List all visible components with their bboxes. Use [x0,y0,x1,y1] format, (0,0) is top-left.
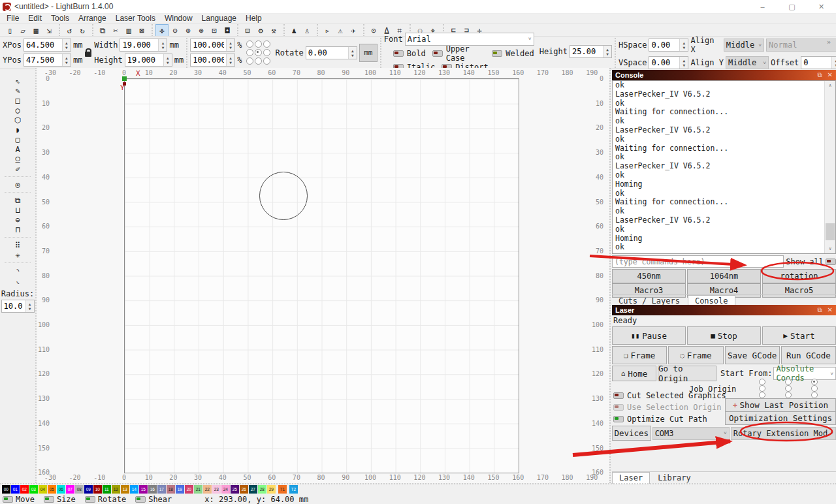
width-field[interactable]: ▲▼ [120,39,167,52]
frame-circle-button[interactable]: ◌Frame [668,346,723,364]
layer-swatch-16[interactable]: 16 [148,485,157,494]
font-combo[interactable]: Arial˅ [405,33,534,46]
job-origin-grid[interactable] [749,379,828,398]
zoom-page-icon[interactable]: ⊚ [195,25,207,36]
ellipse-tool[interactable]: ○ [15,105,20,115]
save-gcode-button[interactable]: Save GCode [725,346,780,364]
open-file-icon[interactable]: ▱ [17,25,29,36]
layer-swatch-27[interactable]: 27 [249,485,257,494]
rotate-field[interactable]: ▲▼ [306,46,357,59]
layer-swatch-23[interactable]: 23 [212,485,221,494]
start-button[interactable]: ▶Start [762,326,836,345]
macro-button-1064nm[interactable]: 1064nm [687,269,761,283]
console-scrollbar[interactable]: ∧ ∨ [824,81,835,253]
job-origin-2[interactable] [811,379,818,385]
layer-swatch-21[interactable]: 21 [194,485,202,494]
layer-swatch-10[interactable]: 10 [93,485,102,494]
layer-swatch-17[interactable]: 17 [157,485,166,494]
menu-edit[interactable]: Edit [24,14,46,23]
width-percent-field[interactable]: ▲▼ [190,39,235,52]
devices-button[interactable]: Devices [612,426,651,441]
macro-button-rotation[interactable]: rotation [762,269,836,283]
circle-shape[interactable] [259,172,308,220]
zoom-in-icon[interactable]: ⊕ [182,25,194,36]
toggle-optimize-cut-path[interactable]: Optimize Cut Path [613,413,731,425]
statusbar-toggle-size[interactable]: Size [44,495,76,504]
warning-icon[interactable]: ⚠ [334,25,346,36]
layer-swatch-19[interactable]: 19 [176,485,184,494]
job-origin-6[interactable] [759,392,765,398]
layer-swatch-11[interactable]: 11 [103,485,111,494]
upper-case-toggle[interactable]: Upper Case [432,48,486,59]
welded-toggle[interactable]: Welded [492,48,534,59]
layer-swatch-01[interactable]: 01 [11,485,20,494]
anchor-3[interactable] [246,49,253,56]
console-command-input[interactable] [612,255,784,268]
macro-button-450nm[interactable]: 450nm [612,269,686,283]
grid-array-tool[interactable]: ⠿ [15,240,21,250]
scroll-up-icon[interactable]: ∧ [825,81,835,90]
height-field[interactable]: ▲▼ [125,54,172,67]
layer-swatch-20[interactable]: 20 [185,485,193,494]
statusbar-toggle-rotate[interactable]: Rotate [85,495,126,504]
job-origin-5[interactable] [811,385,818,392]
anchor-7[interactable] [255,57,262,65]
layer-swatch-T2[interactable]: T2 [289,485,298,494]
menu-laser-tools[interactable]: Laser Tools [111,14,160,23]
pan-icon[interactable]: ✜ [156,25,168,36]
anchor-6[interactable] [246,57,253,65]
layer-swatch-T1[interactable]: T1 [278,485,287,494]
layer-swatch-15[interactable]: 15 [139,485,148,494]
menu-file[interactable]: File [2,14,24,23]
measure-tool[interactable]: ✐ [15,164,20,174]
rectangle-tool[interactable]: □ [15,95,20,105]
laser-float-icon[interactable]: ⧉ [817,306,822,314]
layer-swatch-13[interactable]: 13 [121,485,129,494]
toolbar-overflow-chevron[interactable]: » [827,39,831,46]
offset-field[interactable]: ▲▼ [801,56,836,69]
aspect-lock-icon[interactable] [85,52,91,57]
cut-icon[interactable]: ✂ [110,25,121,36]
menu-window[interactable]: Window [160,14,197,23]
rotary-mode-combo[interactable]: Rotary Extension Mod˅ [731,427,836,440]
boolean-intersection-tool[interactable]: ⊓ [15,225,20,234]
radius-field[interactable]: ▲▼ [1,300,35,313]
layer-swatch-02[interactable]: 02 [20,485,29,494]
text-height-field[interactable]: ▲▼ [570,45,612,58]
layer-swatch-04[interactable]: 04 [39,485,47,494]
anchor-8[interactable] [263,57,270,65]
aligny-combo[interactable]: Middle˅ [726,56,769,69]
pause-button[interactable]: ▮▮Pause [612,326,686,345]
layer-swatch-25[interactable]: 25 [231,485,239,494]
console-float-icon[interactable]: ⧉ [817,71,822,79]
job-origin-0[interactable] [759,379,765,385]
anchor-4[interactable] [255,49,262,56]
show-all-toggle[interactable]: Show all [786,257,836,266]
job-origin-4[interactable] [785,385,792,392]
alignx-combo[interactable]: Middle˅ [724,39,764,52]
start-from-combo[interactable]: Absolute Coords˅ [773,367,836,380]
anchor-2[interactable] [263,40,270,48]
layer-swatch-22[interactable]: 22 [203,485,212,494]
port-combo[interactable]: COM3˅ [652,427,730,440]
undo-icon[interactable]: ↺ [63,25,75,36]
layer-swatch-03[interactable]: 03 [29,485,38,494]
console-close-icon[interactable]: ✕ [828,71,833,79]
stop-button[interactable]: ■Stop [687,326,761,345]
minimize-button[interactable]: – [748,0,777,13]
boolean-difference-tool[interactable]: ⊖ [15,215,20,225]
job-origin-3[interactable] [759,385,765,392]
anchor-5[interactable] [263,49,270,56]
polygon-tool[interactable]: ⬡ [14,115,21,125]
go-to-origin-button[interactable]: Go to Origin [658,366,716,381]
draw-lines-tool[interactable]: ✎ [15,86,20,95]
anchor-1[interactable] [255,40,262,48]
statusbar-toggle-shear[interactable]: Shear [135,495,172,504]
run-gcode-button[interactable]: Run GCode [781,346,836,364]
job-origin-8[interactable] [811,392,818,398]
anchor-grid[interactable] [244,38,272,68]
layer-swatch-28[interactable]: 28 [258,485,266,494]
bold-toggle[interactable]: Bold [393,48,426,59]
paste-icon[interactable]: ▥ [123,25,135,36]
circular-array-tool[interactable]: ✳ [15,250,20,260]
